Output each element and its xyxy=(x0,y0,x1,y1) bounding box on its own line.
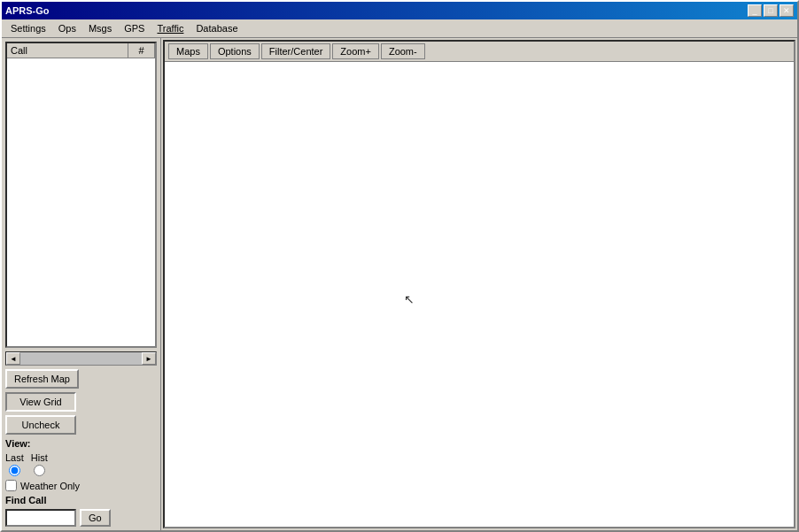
weather-only-label: Weather Only xyxy=(20,481,80,491)
go-button[interactable]: Go xyxy=(80,509,111,527)
map-toolbar: Maps Options Filter/Center Zoom+ Zoom- xyxy=(165,42,794,62)
col-header-call: Call xyxy=(7,43,128,58)
options-button[interactable]: Options xyxy=(210,43,260,59)
radio-last-label: Last xyxy=(5,452,24,463)
radio-last-item: Last xyxy=(5,452,24,476)
menu-bar: Settings Ops Msgs GPS Traffic Database xyxy=(2,19,797,38)
cursor-indicator: ↖ xyxy=(404,292,415,306)
map-area[interactable]: ↖ xyxy=(165,62,794,527)
scroll-track[interactable] xyxy=(20,352,142,365)
title-bar: APRS-Go _ □ ✕ xyxy=(2,2,797,19)
find-call-section: Find Call Go xyxy=(5,495,157,527)
view-radio-group: Last Hist xyxy=(5,452,157,476)
weather-only-checkbox[interactable] xyxy=(5,480,17,491)
find-call-input[interactable] xyxy=(5,509,76,527)
radio-hist-item: Hist xyxy=(31,452,48,476)
maps-button[interactable]: Maps xyxy=(168,43,208,59)
minimize-button[interactable]: _ xyxy=(748,4,762,17)
menu-gps[interactable]: GPS xyxy=(119,21,150,35)
title-bar-controls: _ □ ✕ xyxy=(748,4,794,17)
find-call-row: Go xyxy=(5,509,157,527)
zoom-in-button[interactable]: Zoom+ xyxy=(332,43,379,59)
find-call-label: Find Call xyxy=(5,495,157,505)
left-panel: Call # ◄ ► Refresh Map View Grid Uncheck… xyxy=(2,38,161,530)
menu-traffic[interactable]: Traffic xyxy=(151,21,189,35)
scroll-right-button[interactable]: ► xyxy=(142,352,156,365)
radio-hist-label: Hist xyxy=(31,452,48,463)
scroll-left-button[interactable]: ◄ xyxy=(6,352,20,365)
content-area: Call # ◄ ► Refresh Map View Grid Uncheck… xyxy=(2,38,797,530)
uncheck-button[interactable]: Uncheck xyxy=(5,415,76,435)
refresh-map-button[interactable]: Refresh Map xyxy=(5,369,79,389)
table-header: Call # xyxy=(7,43,155,58)
menu-msgs[interactable]: Msgs xyxy=(83,21,117,35)
main-window: APRS-Go _ □ ✕ Settings Ops Msgs GPS Traf… xyxy=(0,0,799,532)
action-buttons: Refresh Map View Grid Uncheck xyxy=(5,369,157,435)
view-grid-button[interactable]: View Grid xyxy=(5,392,76,412)
view-section: View: Last Hist xyxy=(5,438,157,476)
right-panel: Maps Options Filter/Center Zoom+ Zoom- ↖ xyxy=(163,40,795,528)
menu-database[interactable]: Database xyxy=(190,21,243,35)
horizontal-scrollbar[interactable]: ◄ ► xyxy=(5,351,157,366)
call-table: Call # xyxy=(5,42,157,348)
zoom-out-button[interactable]: Zoom- xyxy=(381,43,425,59)
view-label: View: xyxy=(5,438,157,449)
window-title: APRS-Go xyxy=(5,5,50,16)
menu-ops[interactable]: Ops xyxy=(53,21,81,35)
table-body xyxy=(7,58,155,346)
menu-settings[interactable]: Settings xyxy=(5,21,51,35)
col-header-hash: # xyxy=(128,43,155,58)
maximize-button[interactable]: □ xyxy=(764,4,778,17)
radio-hist[interactable] xyxy=(34,465,45,476)
close-button[interactable]: ✕ xyxy=(780,4,794,17)
filter-center-button[interactable]: Filter/Center xyxy=(261,43,331,59)
weather-only-container: Weather Only xyxy=(5,480,157,491)
radio-last[interactable] xyxy=(9,465,20,476)
